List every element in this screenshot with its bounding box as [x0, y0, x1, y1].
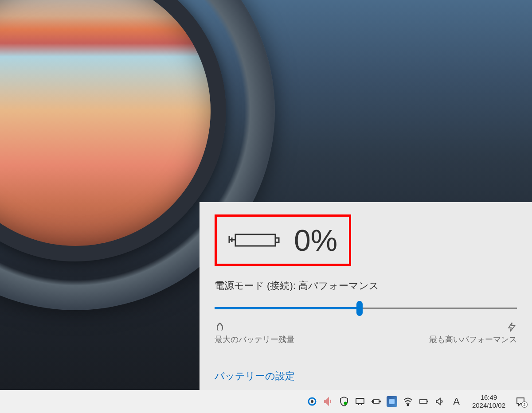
slider-max-label: 最も高いパフォーマンス: [429, 334, 517, 345]
action-center-icon[interactable]: 2: [512, 394, 528, 409]
svg-rect-3: [356, 398, 364, 404]
slider-min-label: 最大のバッテリー残量: [215, 334, 294, 345]
svg-point-1: [311, 400, 313, 403]
taskbar: A 16:49 2024/10/02 2: [0, 390, 532, 413]
battery-status-highlight: 0%: [215, 214, 351, 266]
power-mode-label: 電源モード (接続): 高パフォーマンス: [215, 279, 517, 292]
slider-track-active: [215, 307, 360, 309]
leaf-icon: [215, 322, 225, 332]
battery-settings-link[interactable]: バッテリーの設定: [215, 370, 517, 383]
wifi-icon[interactable]: [403, 396, 413, 407]
battery-flyout: 0% 電源モード (接続): 高パフォーマンス 最大のバッテリー残量 最も高いパ…: [200, 202, 532, 390]
intel-graphics-icon[interactable]: [387, 396, 397, 407]
battery-charging-icon: [227, 228, 281, 252]
wallpaper-porthole-inner: [0, 0, 226, 261]
slider-labels: 最大のバッテリー残量 最も高いパフォーマンス: [215, 322, 517, 345]
slider-thumb[interactable]: [356, 301, 363, 316]
notification-badge: 2: [521, 401, 528, 408]
clock-time: 16:49: [481, 394, 497, 401]
clock-area[interactable]: 16:49 2024/10/02: [468, 394, 510, 409]
battery-tray-icon[interactable]: [419, 396, 429, 407]
battery-percent-text: 0%: [294, 223, 337, 257]
svg-point-6: [407, 405, 409, 406]
slider-min-label-group: 最大のバッテリー残量: [215, 322, 294, 345]
power-mode-slider[interactable]: [215, 302, 517, 315]
cortana-icon[interactable]: [307, 396, 317, 407]
security-icon[interactable]: [339, 396, 349, 407]
svg-point-2: [344, 402, 347, 405]
svg-rect-4: [374, 400, 379, 403]
lightning-icon: [506, 322, 517, 332]
ime-indicator[interactable]: A: [450, 396, 462, 407]
speaker-icon[interactable]: [434, 396, 445, 407]
power-plug-icon[interactable]: [371, 396, 381, 407]
svg-rect-7: [420, 400, 427, 403]
slider-max-label-group: 最も高いパフォーマンス: [429, 322, 517, 345]
clock-date: 2024/10/02: [472, 401, 505, 409]
touchpad-icon[interactable]: [355, 396, 365, 407]
svg-rect-5: [389, 399, 395, 404]
volume-icon[interactable]: [323, 396, 333, 407]
system-tray: A: [307, 396, 468, 407]
